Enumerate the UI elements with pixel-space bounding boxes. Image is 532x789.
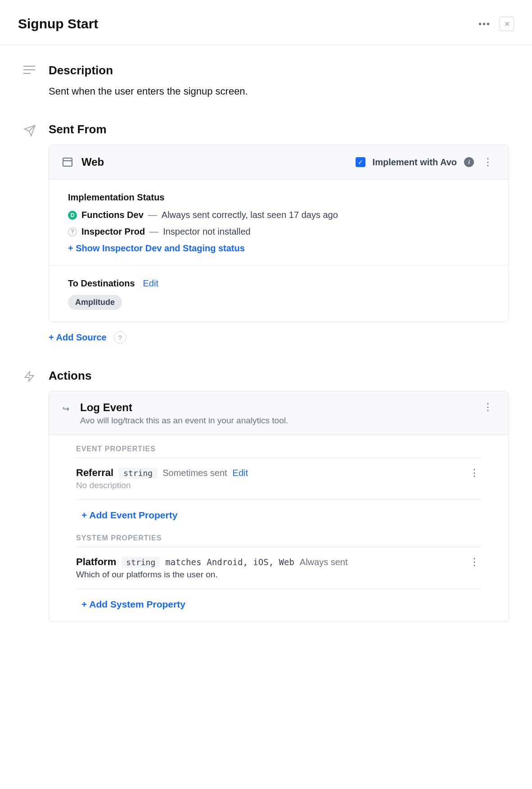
description-text: Sent when the user enters the signup scr…: [49, 86, 509, 97]
implementation-status-title: Implementation Status: [68, 192, 489, 203]
description-section: Description Sent when the user enters th…: [23, 63, 509, 97]
property-description: Which of our platforms is the user on.: [76, 570, 468, 580]
status-name: Functions Dev: [81, 210, 144, 220]
sent-from-section: Sent From Web ✓ Implement with Avo i ⋮: [23, 122, 509, 344]
destinations-block: To Destinations Edit Amplitude: [49, 266, 508, 322]
log-event-icon: ↪: [63, 401, 69, 426]
status-detail: Inspector not installed: [163, 227, 251, 237]
property-name[interactable]: Platform: [76, 556, 116, 568]
header-actions: ••• ✕: [478, 17, 514, 31]
more-menu-icon[interactable]: •••: [478, 19, 491, 29]
page-header: Signup Start ••• ✕: [0, 0, 532, 45]
log-event-subtitle: Avo will log/track this as an event in y…: [80, 416, 288, 426]
implement-with-avo-checkbox[interactable]: ✓: [356, 157, 365, 167]
property-row: Platform string matches Android, iOS, We…: [76, 552, 481, 584]
description-icon: [23, 63, 38, 97]
dev-badge-icon: D: [68, 211, 77, 220]
status-detail: Always sent correctly, last seen 17 days…: [162, 210, 338, 220]
unknown-badge-icon: ?: [68, 227, 77, 236]
add-event-property-button[interactable]: + Add Event Property: [76, 504, 481, 529]
log-event-title: Log Event: [80, 401, 288, 414]
system-properties-block: SYSTEM PROPERTIES Platform string matche…: [49, 532, 508, 621]
property-presence: Always sent: [300, 557, 348, 567]
property-type: string: [122, 557, 160, 568]
source-more-icon[interactable]: ⋮: [481, 156, 495, 168]
property-matches: Android, iOS, Web: [207, 557, 294, 567]
implement-with-avo-label: Implement with Avo: [373, 157, 457, 168]
add-system-property-button[interactable]: + Add System Property: [76, 594, 481, 618]
source-name: Web: [81, 156, 104, 168]
browser-icon: [63, 158, 72, 167]
destinations-label: To Destinations: [68, 278, 135, 289]
status-row: D Functions Dev — Always sent correctly,…: [68, 210, 489, 220]
close-button[interactable]: ✕: [500, 17, 514, 31]
actions-label: Actions: [49, 369, 509, 383]
log-event-header: ↪ Log Event Avo will log/track this as a…: [49, 391, 508, 435]
destination-pill[interactable]: Amplitude: [68, 295, 122, 310]
destinations-edit-link[interactable]: Edit: [143, 278, 158, 289]
close-icon: ✕: [504, 20, 510, 28]
property-row: Referral string Sometimes sent Edit No d…: [76, 463, 481, 495]
svg-marker-3: [25, 372, 34, 381]
info-icon[interactable]: i: [464, 157, 474, 167]
property-matches-label: matches: [165, 557, 201, 567]
property-presence: Sometimes sent: [162, 468, 227, 478]
sent-from-icon: [23, 122, 38, 344]
property-type: string: [119, 467, 157, 479]
sent-from-label: Sent From: [49, 122, 509, 136]
event-properties-label: EVENT PROPERTIES: [76, 445, 481, 458]
description-label: Description: [49, 63, 509, 77]
log-event-more-icon[interactable]: ⋮: [481, 401, 495, 413]
property-description: No description: [76, 481, 468, 490]
source-card: Web ✓ Implement with Avo i ⋮ Implementat…: [49, 145, 509, 322]
actions-card: ↪ Log Event Avo will log/track this as a…: [49, 391, 509, 622]
event-properties-block: EVENT PROPERTIES Referral string Sometim…: [49, 435, 508, 532]
help-icon[interactable]: ?: [114, 331, 126, 344]
status-name: Inspector Prod: [81, 227, 145, 237]
property-edit-link[interactable]: Edit: [233, 468, 248, 478]
source-card-header: Web ✓ Implement with Avo i ⋮: [49, 145, 508, 180]
add-source-button[interactable]: + Add Source: [49, 332, 107, 343]
implementation-status-block: Implementation Status D Functions Dev — …: [49, 180, 508, 266]
property-name[interactable]: Referral: [76, 467, 113, 479]
status-row: ? Inspector Prod — Inspector not install…: [68, 227, 489, 237]
actions-icon: [23, 369, 38, 622]
page-title: Signup Start: [18, 16, 98, 32]
system-properties-label: SYSTEM PROPERTIES: [76, 534, 481, 547]
property-more-icon[interactable]: ⋮: [468, 467, 481, 479]
actions-section: Actions ↪ Log Event Avo will log/track t…: [23, 369, 509, 622]
show-inspector-status-link[interactable]: + Show Inspector Dev and Staging status: [68, 243, 489, 254]
property-more-icon[interactable]: ⋮: [468, 556, 481, 568]
